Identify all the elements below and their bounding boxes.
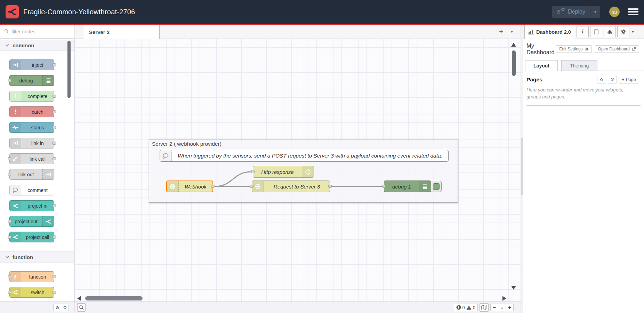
workspace-footer: 0 0 − ○ + xyxy=(74,302,521,313)
palette-node-project-in[interactable]: project in xyxy=(9,200,54,211)
dashboard-title: My Dashboard xyxy=(526,42,556,56)
node-label: Webhook xyxy=(179,181,212,192)
output-port xyxy=(53,63,56,66)
debug-list-icon xyxy=(42,75,54,86)
tab-dashboard-2[interactable]: Dashboard 2.0 xyxy=(524,25,575,39)
palette-category-common-header[interactable]: common xyxy=(0,40,74,51)
warning-count: 0 xyxy=(473,305,475,310)
deploy-icon xyxy=(557,8,565,15)
link-call-icon xyxy=(10,154,21,164)
chevron-down-icon xyxy=(6,44,9,47)
palette-node-link-out[interactable]: link out xyxy=(9,169,54,180)
palette-category-function: function ƒ function switch xyxy=(0,251,74,298)
palette-node-debug[interactable]: debug xyxy=(9,75,54,86)
palette-node-complete[interactable]: ! complete xyxy=(9,91,54,102)
node-palette: common inject debug ! complete xyxy=(0,25,74,313)
tab-server-2[interactable]: Server 2 xyxy=(84,25,160,39)
palette-node-link-call[interactable]: link call xyxy=(9,153,54,164)
palette-node-link-in[interactable]: link in xyxy=(9,138,54,149)
navigator-button[interactable] xyxy=(480,303,489,312)
http-response-node[interactable]: Http response xyxy=(253,166,314,178)
pages-help-text: Here you can re-order and move your widg… xyxy=(526,87,637,101)
sidebar-tabbar: Dashboard 2.0 i ▾ xyxy=(523,25,644,39)
palette-scrollbar[interactable] xyxy=(67,41,71,98)
header: Fragile-Common-Yellowthroat-2706 Deploy … xyxy=(0,0,644,24)
sidebar: Dashboard 2.0 i ▾ My Dashboard Edit Se xyxy=(523,25,644,313)
add-flow-button[interactable]: + xyxy=(499,28,503,36)
main-menu-icon[interactable] xyxy=(628,8,638,15)
page-title: Fragile-Common-Yellowthroat-2706 xyxy=(23,8,135,16)
output-port xyxy=(53,110,56,113)
sidebar-separator[interactable] xyxy=(521,25,523,313)
deploy-label: Deploy xyxy=(568,9,585,15)
webhook-node-selected[interactable]: Webhook xyxy=(166,180,213,192)
gear-icon xyxy=(621,29,626,34)
edit-settings-button[interactable]: Edit Settings xyxy=(556,45,591,53)
comment-bubble-icon xyxy=(160,150,172,161)
help-sidebar-button[interactable] xyxy=(590,26,602,37)
palette-node-function[interactable]: ƒ function xyxy=(9,271,54,282)
output-port[interactable] xyxy=(328,185,332,188)
zoom-in-button[interactable]: + xyxy=(506,304,514,311)
input-port xyxy=(8,79,11,82)
debug-toggle-indicator xyxy=(433,183,440,190)
workspace: Server 2 + ▾ Server 2 ( webhook provider… xyxy=(74,25,521,313)
globe-icon xyxy=(302,166,314,177)
book-icon xyxy=(594,29,599,34)
input-port[interactable] xyxy=(250,185,253,188)
node-label: Request to Server 3 xyxy=(264,181,330,192)
palette-node-switch[interactable]: switch xyxy=(9,287,54,298)
palette-node-status[interactable]: status xyxy=(9,122,54,133)
flow-list-caret[interactable]: ▾ xyxy=(511,29,513,34)
node-label: debug 1 xyxy=(384,181,419,192)
debug-sidebar-button[interactable] xyxy=(604,26,616,37)
config-sidebar-button[interactable] xyxy=(617,26,629,37)
collapse-categories-button[interactable] xyxy=(53,304,61,311)
deploy-button-main[interactable]: Deploy xyxy=(552,8,590,15)
search-flows-button[interactable] xyxy=(77,303,86,312)
palette-filter-input[interactable] xyxy=(11,29,64,34)
dashboard-sidebar-panel: My Dashboard Edit Settings Open Dashboar… xyxy=(523,39,644,313)
deploy-options-caret[interactable]: ▾ xyxy=(590,9,600,14)
flow-canvas[interactable]: Server 2 ( webhook provider) When trigge… xyxy=(74,39,521,302)
globe-icon xyxy=(167,181,179,192)
palette-node-comment[interactable]: comment xyxy=(9,185,54,195)
wire-webhook-to-http-response[interactable] xyxy=(215,172,251,186)
palette-search[interactable] xyxy=(0,25,74,39)
zoom-controls: − ○ + xyxy=(490,304,514,311)
info-icon: i xyxy=(582,29,583,35)
notification-counts[interactable]: 0 0 xyxy=(454,304,478,311)
zoom-reset-button[interactable]: ○ xyxy=(498,304,506,311)
move-page-up-button[interactable] xyxy=(597,76,606,83)
expand-categories-button[interactable] xyxy=(61,304,69,311)
input-port xyxy=(8,173,11,176)
palette-node-project-call[interactable]: project call xyxy=(9,232,54,242)
palette-node-inject[interactable]: inject xyxy=(9,59,54,70)
output-port[interactable] xyxy=(211,185,215,188)
zoom-out-button[interactable]: − xyxy=(490,304,498,311)
input-port[interactable] xyxy=(382,185,386,188)
project-link-icon xyxy=(10,201,21,211)
tab-layout[interactable]: Layout xyxy=(525,60,558,71)
input-port xyxy=(8,291,11,294)
http-request-node[interactable]: Request to Server 3 xyxy=(252,180,330,192)
link-in-icon xyxy=(10,138,21,148)
palette-category-function-header[interactable]: function xyxy=(0,251,74,263)
info-sidebar-button[interactable]: i xyxy=(577,26,589,37)
dashboard-subtabs: Layout Theming xyxy=(523,60,644,71)
palette-node-project-out[interactable]: project out xyxy=(9,216,54,227)
debug-node[interactable]: debug 1 xyxy=(384,180,431,192)
deploy-button[interactable]: Deploy ▾ xyxy=(552,6,600,18)
move-page-down-button[interactable] xyxy=(608,76,617,83)
sidebar-menu-caret[interactable]: ▾ xyxy=(632,29,634,34)
input-port[interactable] xyxy=(251,170,255,173)
output-port xyxy=(53,235,56,239)
user-avatar[interactable]: su xyxy=(609,7,620,17)
palette-node-catch[interactable]: ! catch xyxy=(9,106,54,117)
open-dashboard-button[interactable]: Open Dashboard xyxy=(595,45,639,53)
palette-scroll-area[interactable]: common inject debug ! complete xyxy=(0,39,74,302)
comment-node[interactable]: When triggered by the sensors, send a PO… xyxy=(160,150,449,162)
map-icon xyxy=(481,305,487,310)
tab-theming[interactable]: Theming xyxy=(561,60,597,71)
add-page-button[interactable]: + Page xyxy=(619,76,639,83)
